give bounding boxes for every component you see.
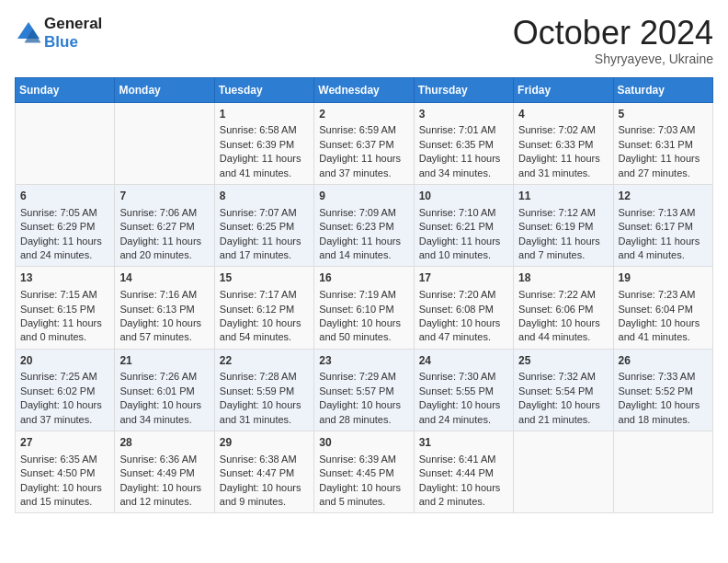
day-cell: 23Sunrise: 7:29 AMSunset: 5:57 PMDayligh… [314, 349, 414, 431]
day-cell: 19Sunrise: 7:23 AMSunset: 6:04 PMDayligh… [613, 267, 712, 349]
week-row-2: 6Sunrise: 7:05 AMSunset: 6:29 PMDaylight… [16, 184, 713, 266]
title-block: October 2024 Shyryayeve, Ukraine [513, 15, 713, 66]
day-cell: 16Sunrise: 7:19 AMSunset: 6:10 PMDayligh… [314, 267, 414, 349]
day-info: Sunset: 6:10 PM [319, 303, 408, 316]
day-info: Sunset: 6:15 PM [20, 303, 109, 316]
day-info: Sunset: 6:29 PM [20, 220, 109, 234]
day-number: 24 [419, 353, 508, 369]
day-number: 2 [319, 107, 408, 122]
day-number: 20 [20, 353, 109, 369]
day-info: Sunrise: 7:25 AM [20, 370, 109, 384]
day-cell: 6Sunrise: 7:05 AMSunset: 6:29 PMDaylight… [16, 184, 115, 266]
day-info: Sunrise: 6:59 AM [319, 123, 408, 137]
day-cell: 9Sunrise: 7:09 AMSunset: 6:23 PMDaylight… [314, 184, 414, 266]
day-number: 21 [119, 353, 209, 369]
day-number: 27 [20, 435, 109, 451]
day-info: Daylight: 11 hours and 27 minutes. [619, 152, 708, 180]
day-number: 28 [119, 435, 209, 451]
day-info: Sunrise: 7:01 AM [419, 123, 508, 137]
day-number: 9 [319, 189, 408, 204]
day-cell: 4Sunrise: 7:02 AMSunset: 6:33 PMDaylight… [514, 102, 613, 184]
day-info: Sunrise: 7:22 AM [518, 288, 608, 302]
day-number: 6 [20, 189, 109, 204]
day-number: 1 [220, 107, 309, 122]
day-number: 12 [619, 189, 708, 204]
day-info: Sunset: 6:01 PM [119, 385, 209, 398]
day-info: Sunrise: 7:16 AM [119, 288, 209, 302]
day-number: 30 [319, 435, 408, 451]
day-info: Daylight: 11 hours and 37 minutes. [319, 152, 408, 180]
day-info: Sunrise: 7:30 AM [419, 370, 508, 384]
day-info: Sunset: 6:13 PM [119, 303, 209, 316]
logo: General Blue [15, 15, 102, 52]
week-row-4: 20Sunrise: 7:25 AMSunset: 6:02 PMDayligh… [16, 349, 713, 431]
day-info: Daylight: 10 hours and 54 minutes. [220, 316, 309, 345]
day-info: Sunrise: 7:26 AM [119, 370, 209, 384]
day-cell: 22Sunrise: 7:28 AMSunset: 5:59 PMDayligh… [214, 349, 313, 431]
day-info: Daylight: 10 hours and 37 minutes. [20, 398, 109, 427]
day-info: Daylight: 11 hours and 10 minutes. [419, 235, 508, 263]
day-cell: 2Sunrise: 6:59 AMSunset: 6:37 PMDaylight… [314, 102, 414, 184]
day-info: Sunset: 6:17 PM [619, 220, 708, 234]
day-info: Sunset: 6:39 PM [220, 138, 309, 152]
day-number: 13 [20, 270, 109, 286]
day-info: Sunrise: 6:36 AM [119, 453, 209, 466]
day-info: Sunset: 6:06 PM [518, 303, 608, 316]
day-info: Sunset: 4:45 PM [319, 466, 408, 480]
day-number: 8 [220, 189, 309, 204]
day-info: Daylight: 11 hours and 34 minutes. [419, 152, 508, 180]
day-cell [514, 431, 613, 513]
col-header-thursday: Thursday [414, 77, 513, 102]
day-number: 10 [419, 189, 508, 204]
day-info: Sunset: 6:08 PM [419, 303, 508, 316]
day-cell: 17Sunrise: 7:20 AMSunset: 6:08 PMDayligh… [414, 267, 513, 349]
col-header-monday: Monday [115, 77, 214, 102]
logo-text-line1: General [44, 15, 102, 33]
day-cell [115, 102, 214, 184]
day-cell: 10Sunrise: 7:10 AMSunset: 6:21 PMDayligh… [414, 184, 513, 266]
day-cell: 30Sunrise: 6:39 AMSunset: 4:45 PMDayligh… [314, 431, 414, 513]
day-cell: 25Sunrise: 7:32 AMSunset: 5:54 PMDayligh… [514, 349, 613, 431]
day-info: Sunset: 5:55 PM [419, 385, 508, 398]
day-info: Daylight: 10 hours and 34 minutes. [119, 398, 209, 427]
day-cell: 12Sunrise: 7:13 AMSunset: 6:17 PMDayligh… [613, 184, 712, 266]
day-info: Sunset: 4:50 PM [20, 466, 109, 480]
day-info: Daylight: 10 hours and 28 minutes. [319, 398, 408, 427]
day-info: Sunrise: 7:03 AM [619, 123, 708, 137]
day-info: Sunset: 6:31 PM [619, 138, 708, 152]
day-info: Sunrise: 7:23 AM [619, 288, 708, 302]
day-cell: 7Sunrise: 7:06 AMSunset: 6:27 PMDaylight… [115, 184, 214, 266]
day-info: Sunrise: 7:12 AM [518, 206, 608, 220]
day-info: Daylight: 10 hours and 9 minutes. [220, 481, 309, 510]
day-info: Sunrise: 7:07 AM [220, 206, 309, 220]
day-number: 25 [518, 353, 608, 369]
day-number: 5 [619, 107, 708, 122]
month-title: October 2024 [513, 15, 713, 52]
day-info: Sunrise: 7:28 AM [220, 370, 309, 384]
day-info: Daylight: 10 hours and 12 minutes. [119, 481, 209, 510]
day-info: Sunset: 4:49 PM [119, 466, 209, 480]
day-info: Daylight: 10 hours and 50 minutes. [319, 316, 408, 345]
page-header: General Blue October 2024 Shyryayeve, Uk… [15, 15, 713, 66]
day-info: Sunset: 4:47 PM [220, 466, 309, 480]
col-header-saturday: Saturday [613, 77, 712, 102]
day-info: Sunrise: 6:39 AM [319, 453, 408, 466]
day-cell: 3Sunrise: 7:01 AMSunset: 6:35 PMDaylight… [414, 102, 513, 184]
day-number: 26 [619, 353, 708, 369]
day-info: Sunrise: 7:15 AM [20, 288, 109, 302]
day-info: Sunrise: 6:58 AM [220, 123, 309, 137]
day-info: Daylight: 10 hours and 41 minutes. [619, 316, 708, 345]
day-info: Daylight: 10 hours and 18 minutes. [619, 398, 708, 427]
day-info: Daylight: 10 hours and 47 minutes. [419, 316, 508, 345]
calendar-header-row: SundayMondayTuesdayWednesdayThursdayFrid… [16, 77, 713, 102]
day-info: Sunrise: 7:17 AM [220, 288, 309, 302]
day-cell: 11Sunrise: 7:12 AMSunset: 6:19 PMDayligh… [514, 184, 613, 266]
day-cell: 21Sunrise: 7:26 AMSunset: 6:01 PMDayligh… [115, 349, 214, 431]
day-info: Sunset: 6:25 PM [220, 220, 309, 234]
day-info: Sunrise: 6:38 AM [220, 453, 309, 466]
day-cell: 27Sunrise: 6:35 AMSunset: 4:50 PMDayligh… [16, 431, 115, 513]
col-header-tuesday: Tuesday [214, 77, 313, 102]
day-number: 3 [419, 107, 508, 122]
day-info: Sunrise: 7:05 AM [20, 206, 109, 220]
day-info: Daylight: 11 hours and 14 minutes. [319, 235, 408, 263]
